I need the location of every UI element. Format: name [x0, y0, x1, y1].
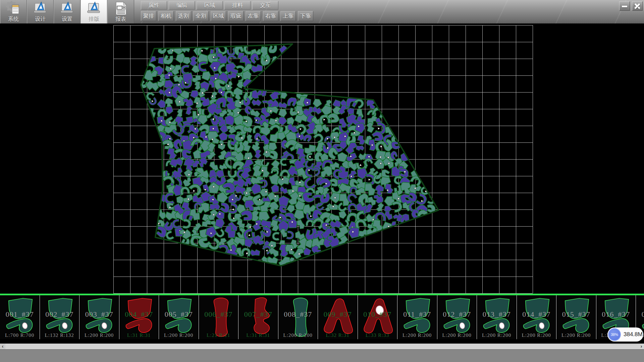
report-doc-icon: [113, 1, 128, 16]
piece-thumbnail-006_#37[interactable]: 006_#37L:21 R:21: [199, 295, 239, 339]
piece-lr-count-label: L:700 R:700: [0, 333, 40, 338]
piece-thumbnail-007_#37[interactable]: 007_#37L:31 R:31: [238, 295, 278, 339]
piece-id-label: 001_#37: [0, 310, 40, 319]
piece-thumbnail-005_#37[interactable]: 005_#37L:200 R:200: [159, 295, 199, 339]
piece-lr-count-label: L:32 R:31: [318, 333, 358, 338]
piece-thumbnail-014_#37[interactable]: 014_#37L:200 R:200: [517, 295, 557, 339]
piece-lr-count-label: L:200 R:200: [397, 333, 437, 338]
piece-thumbnail-003_#37[interactable]: 003_#37L:200 R:200: [79, 295, 119, 339]
piece-lr-count-label: L:200 R:200: [79, 333, 119, 338]
tool-button-7[interactable]: 左靠: [246, 11, 261, 21]
piece-id-label: 005_#37: [159, 310, 199, 319]
piece-thumbnail-004_#37[interactable]: 004_#37L:31 R:31: [119, 295, 159, 339]
main-tab-bar: 系统设计设置排版报表: [0, 0, 134, 23]
scroll-left-arrow[interactable]: ‹: [0, 344, 5, 349]
piece-lr-count-label: L:31 R:31: [238, 333, 278, 338]
piece-id-label: 016_#37: [596, 310, 636, 319]
piece-lr-count-label: L:33 R:33: [358, 333, 397, 338]
menu-bar: 属性编辑区域排料交互: [141, 1, 278, 10]
piece-lr-count-label: L:200 R:200: [477, 333, 517, 338]
piece-id-label: 007_#37: [238, 310, 278, 319]
piece-thumbnail-012_#37[interactable]: 012_#37L:200 R:200: [437, 295, 477, 339]
menu-item-1[interactable]: 属性: [141, 1, 167, 10]
piece-id-label: 014_#37: [517, 310, 556, 319]
piece-id-label: 012_#37: [437, 310, 477, 319]
piece-lr-count-label: L:200 R:200: [278, 333, 318, 338]
piece-lr-count-label: L:200 R:200: [517, 333, 556, 338]
tool-button-4[interactable]: 全割: [193, 11, 209, 21]
nesting-ruler-icon: [87, 1, 101, 16]
piece-thumbnail-001_#37[interactable]: 001_#37L:700 R:700: [0, 295, 40, 339]
hide-nesting-drawing: [0, 23, 644, 294]
tab-settings[interactable]: 设置: [54, 0, 80, 23]
piece-id-label: 017_#37: [636, 310, 644, 319]
menu-item-3[interactable]: 区域: [197, 1, 223, 10]
piece-id-label: 002_#37: [40, 310, 79, 319]
piece-thumbnail-strip: 001_#37L:700 R:700002_#37L:132 R:132003_…: [0, 294, 644, 344]
piece-lr-count-label: L:200 R:200: [159, 333, 199, 338]
tab-label: 报表: [115, 16, 126, 22]
tool-button-9[interactable]: 上靠: [280, 11, 296, 21]
tool-button-2[interactable]: 相机: [158, 11, 174, 21]
piece-id-label: 008_#37: [278, 310, 318, 319]
toolbar: 系统设计设置排版报表 属性编辑区域排料交互 聚排相机选割全割区域瑕疵左靠右靠上靠…: [0, 0, 644, 23]
tool-button-5[interactable]: 区域: [211, 11, 226, 21]
horizontal-scrollbar[interactable]: ‹ ›: [0, 344, 644, 349]
tab-label: 排版: [89, 16, 99, 22]
scroll-right-arrow[interactable]: ›: [639, 344, 644, 349]
tool-button-3[interactable]: 选割: [176, 11, 191, 21]
settings-ruler-icon: [60, 1, 74, 16]
tool-button-10[interactable]: 下靠: [298, 11, 313, 21]
tab-system[interactable]: 系统: [0, 0, 27, 23]
menu-item-2[interactable]: 编辑: [169, 1, 195, 10]
piece-lr-count-label: L:200 R:200: [556, 333, 596, 338]
tool-button-row: 聚排相机选割全割区域瑕疵左靠右靠上靠下靠: [141, 11, 313, 21]
tab-report[interactable]: 报表: [107, 0, 134, 23]
piece-id-label: 003_#37: [79, 310, 119, 319]
tab-label: 系统: [8, 16, 19, 22]
piece-id-label: 013_#37: [477, 310, 517, 319]
piece-thumbnail-013_#37[interactable]: 013_#37L:200 R:200: [477, 295, 517, 339]
tab-label: 设置: [62, 16, 72, 22]
piece-thumbnail-list: 001_#37L:700 R:700002_#37L:132 R:132003_…: [0, 295, 644, 339]
minimize-icon: [622, 6, 627, 7]
piece-id-label: 010_#37: [358, 310, 397, 319]
piece-thumbnail-015_#37[interactable]: 015_#37L:200 R:200: [556, 295, 596, 339]
piece-id-label: 009_#37: [318, 310, 358, 319]
progress-badge: 38% 384.8M: [607, 327, 643, 342]
piece-thumbnail-002_#37[interactable]: 002_#37L:132 R:132: [40, 295, 80, 339]
piece-lr-count-label: L:31 R:31: [119, 333, 159, 338]
application-window: 系统设计设置排版报表 属性编辑区域排料交互 聚排相机选割全割区域瑕疵左靠右靠上靠…: [0, 0, 644, 362]
tool-button-8[interactable]: 右靠: [263, 11, 278, 21]
piece-thumbnail-009_#37[interactable]: 009_#37L:32 R:31: [318, 295, 358, 339]
piece-id-label: 006_#37: [199, 310, 238, 319]
status-bar: [0, 349, 644, 362]
close-button[interactable]: [632, 1, 643, 11]
minimize-button[interactable]: [619, 1, 630, 11]
design-ruler-icon: [33, 1, 48, 16]
piece-id-label: 011_#37: [397, 310, 437, 319]
tab-nesting[interactable]: 排版: [80, 0, 107, 23]
nested-pieces-layer: [139, 42, 436, 268]
tab-design[interactable]: 设计: [27, 0, 54, 23]
progress-percent-badge: 38%: [608, 328, 621, 341]
tool-button-6[interactable]: 瑕疵: [228, 11, 244, 21]
piece-lr-count-label: L:200 R:200: [437, 333, 477, 338]
nesting-canvas[interactable]: [0, 23, 644, 294]
piece-thumbnail-010_#37[interactable]: 010_#37L:33 R:33: [358, 295, 398, 339]
piece-lr-count-label: L:21 R:21: [199, 333, 238, 338]
piece-thumbnail-011_#37[interactable]: 011_#37L:200 R:200: [397, 295, 437, 339]
progress-size-label: 384.8M: [624, 331, 643, 338]
window-controls: [619, 1, 643, 11]
tool-button-1[interactable]: 聚排: [141, 11, 156, 21]
piece-id-label: 015_#37: [556, 310, 596, 319]
system-gear-icon: [6, 1, 21, 16]
tab-label: 设计: [35, 16, 46, 22]
menu-item-5[interactable]: 交互: [252, 1, 278, 10]
piece-thumbnail-008_#37[interactable]: 008_#37L:200 R:200: [278, 295, 318, 339]
piece-id-label: 004_#37: [119, 310, 159, 319]
menu-item-4[interactable]: 排料: [224, 1, 251, 10]
piece-lr-count-label: L:132 R:132: [40, 333, 79, 338]
